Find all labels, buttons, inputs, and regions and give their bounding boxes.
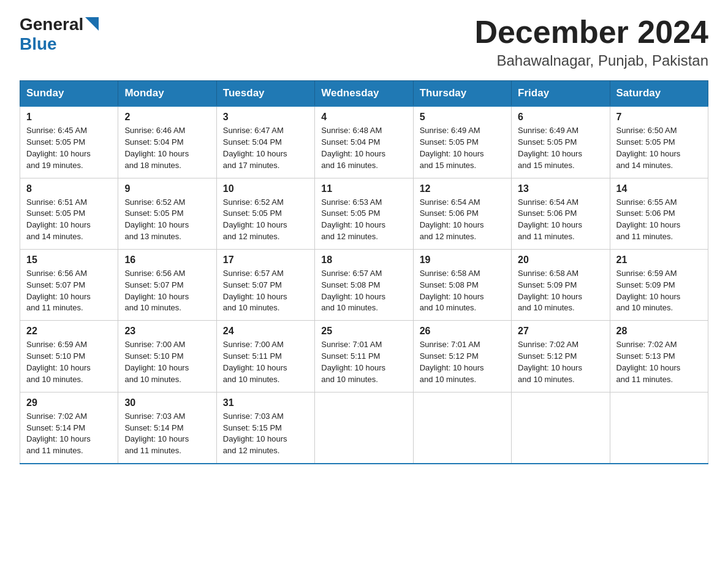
calendar-cell: 7Sunrise: 6:50 AMSunset: 5:05 PMDaylight… — [610, 106, 708, 178]
calendar-cell: 6Sunrise: 6:49 AMSunset: 5:05 PMDaylight… — [512, 106, 610, 178]
day-number: 10 — [223, 183, 308, 194]
day-info: Sunrise: 6:57 AMSunset: 5:08 PMDaylight:… — [321, 268, 406, 314]
day-info: Sunrise: 6:52 AMSunset: 5:05 PMDaylight:… — [223, 197, 308, 243]
day-info: Sunrise: 6:58 AMSunset: 5:09 PMDaylight:… — [518, 268, 603, 314]
logo: General Blue — [20, 15, 99, 54]
calendar-cell: 19Sunrise: 6:58 AMSunset: 5:08 PMDayligh… — [413, 249, 511, 320]
day-info: Sunrise: 6:53 AMSunset: 5:05 PMDaylight:… — [321, 197, 406, 243]
day-number: 14 — [616, 183, 702, 194]
calendar-cell: 21Sunrise: 6:59 AMSunset: 5:09 PMDayligh… — [610, 249, 708, 320]
calendar-cell: 27Sunrise: 7:02 AMSunset: 5:12 PMDayligh… — [512, 321, 610, 392]
day-info: Sunrise: 7:00 AMSunset: 5:11 PMDaylight:… — [223, 339, 308, 385]
day-info: Sunrise: 7:03 AMSunset: 5:14 PMDaylight:… — [124, 411, 210, 457]
day-info: Sunrise: 6:47 AMSunset: 5:04 PMDaylight:… — [223, 125, 308, 171]
day-number: 19 — [420, 255, 505, 266]
day-info: Sunrise: 6:50 AMSunset: 5:05 PMDaylight:… — [616, 125, 702, 171]
day-number: 16 — [124, 255, 210, 266]
day-number: 24 — [223, 326, 308, 337]
day-info: Sunrise: 6:51 AMSunset: 5:05 PMDaylight:… — [26, 197, 112, 243]
day-info: Sunrise: 6:49 AMSunset: 5:05 PMDaylight:… — [518, 125, 603, 171]
calendar-cell: 26Sunrise: 7:01 AMSunset: 5:12 PMDayligh… — [413, 321, 511, 392]
calendar-cell: 14Sunrise: 6:55 AMSunset: 5:06 PMDayligh… — [610, 178, 708, 249]
calendar-cell: 8Sunrise: 6:51 AMSunset: 5:05 PMDaylight… — [20, 178, 118, 249]
day-number: 26 — [420, 326, 505, 337]
day-info: Sunrise: 6:52 AMSunset: 5:05 PMDaylight:… — [124, 197, 210, 243]
calendar-week-row: 22Sunrise: 6:59 AMSunset: 5:10 PMDayligh… — [20, 321, 708, 392]
day-number: 23 — [124, 326, 210, 337]
day-info: Sunrise: 6:48 AMSunset: 5:04 PMDaylight:… — [321, 125, 406, 171]
title-block: December 2024 Bahawalnagar, Punjab, Paki… — [474, 15, 708, 69]
calendar-cell: 24Sunrise: 7:00 AMSunset: 5:11 PMDayligh… — [216, 321, 314, 392]
calendar-cell — [315, 392, 413, 464]
calendar-table: SundayMondayTuesdayWednesdayThursdayFrid… — [20, 80, 708, 464]
calendar-cell: 4Sunrise: 6:48 AMSunset: 5:04 PMDaylight… — [315, 106, 413, 178]
calendar-week-row: 15Sunrise: 6:56 AMSunset: 5:07 PMDayligh… — [20, 249, 708, 320]
day-info: Sunrise: 7:03 AMSunset: 5:15 PMDaylight:… — [223, 411, 308, 457]
day-number: 29 — [26, 397, 112, 408]
day-info: Sunrise: 6:56 AMSunset: 5:07 PMDaylight:… — [26, 268, 112, 314]
day-number: 30 — [124, 397, 210, 408]
day-info: Sunrise: 6:46 AMSunset: 5:04 PMDaylight:… — [124, 125, 210, 171]
day-info: Sunrise: 6:54 AMSunset: 5:06 PMDaylight:… — [420, 197, 505, 243]
day-info: Sunrise: 6:56 AMSunset: 5:07 PMDaylight:… — [124, 268, 210, 314]
calendar-cell: 28Sunrise: 7:02 AMSunset: 5:13 PMDayligh… — [610, 321, 708, 392]
weekday-header-monday: Monday — [118, 81, 216, 107]
calendar-cell: 3Sunrise: 6:47 AMSunset: 5:04 PMDaylight… — [216, 106, 314, 178]
calendar-cell — [413, 392, 511, 464]
calendar-week-row: 29Sunrise: 7:02 AMSunset: 5:14 PMDayligh… — [20, 392, 708, 464]
day-number: 22 — [26, 326, 112, 337]
day-info: Sunrise: 6:57 AMSunset: 5:07 PMDaylight:… — [223, 268, 308, 314]
calendar-cell: 29Sunrise: 7:02 AMSunset: 5:14 PMDayligh… — [20, 392, 118, 464]
page-header: General Blue December 2024 Bahawalnagar,… — [20, 15, 708, 69]
calendar-cell: 2Sunrise: 6:46 AMSunset: 5:04 PMDaylight… — [118, 106, 216, 178]
day-number: 12 — [420, 183, 505, 194]
calendar-cell: 20Sunrise: 6:58 AMSunset: 5:09 PMDayligh… — [512, 249, 610, 320]
svg-marker-0 — [85, 17, 99, 31]
calendar-cell: 17Sunrise: 6:57 AMSunset: 5:07 PMDayligh… — [216, 249, 314, 320]
day-number: 8 — [26, 183, 112, 194]
calendar-title: December 2024 — [474, 15, 708, 50]
day-number: 28 — [616, 326, 702, 337]
weekday-header-tuesday: Tuesday — [216, 81, 314, 107]
day-number: 15 — [26, 255, 112, 266]
day-info: Sunrise: 7:01 AMSunset: 5:11 PMDaylight:… — [321, 339, 406, 385]
calendar-cell: 15Sunrise: 6:56 AMSunset: 5:07 PMDayligh… — [20, 249, 118, 320]
day-info: Sunrise: 6:58 AMSunset: 5:08 PMDaylight:… — [420, 268, 505, 314]
day-number: 7 — [616, 112, 702, 123]
logo-general-text: General — [20, 15, 83, 34]
calendar-cell: 25Sunrise: 7:01 AMSunset: 5:11 PMDayligh… — [315, 321, 413, 392]
day-number: 18 — [321, 255, 406, 266]
day-number: 31 — [223, 397, 308, 408]
day-number: 21 — [616, 255, 702, 266]
calendar-cell: 31Sunrise: 7:03 AMSunset: 5:15 PMDayligh… — [216, 392, 314, 464]
calendar-cell — [512, 392, 610, 464]
day-number: 1 — [26, 112, 112, 123]
day-number: 13 — [518, 183, 603, 194]
weekday-header-sunday: Sunday — [20, 81, 118, 107]
calendar-cell: 18Sunrise: 6:57 AMSunset: 5:08 PMDayligh… — [315, 249, 413, 320]
calendar-cell: 1Sunrise: 6:45 AMSunset: 5:05 PMDaylight… — [20, 106, 118, 178]
logo-blue-text: Blue — [20, 34, 57, 53]
weekday-header-friday: Friday — [512, 81, 610, 107]
day-info: Sunrise: 7:01 AMSunset: 5:12 PMDaylight:… — [420, 339, 505, 385]
day-info: Sunrise: 6:59 AMSunset: 5:10 PMDaylight:… — [26, 339, 112, 385]
day-number: 17 — [223, 255, 308, 266]
calendar-cell: 30Sunrise: 7:03 AMSunset: 5:14 PMDayligh… — [118, 392, 216, 464]
day-number: 27 — [518, 326, 603, 337]
day-info: Sunrise: 6:45 AMSunset: 5:05 PMDaylight:… — [26, 125, 112, 171]
day-info: Sunrise: 6:55 AMSunset: 5:06 PMDaylight:… — [616, 197, 702, 243]
day-info: Sunrise: 6:49 AMSunset: 5:05 PMDaylight:… — [420, 125, 505, 171]
day-info: Sunrise: 6:54 AMSunset: 5:06 PMDaylight:… — [518, 197, 603, 243]
day-info: Sunrise: 7:00 AMSunset: 5:10 PMDaylight:… — [124, 339, 210, 385]
day-info: Sunrise: 7:02 AMSunset: 5:12 PMDaylight:… — [518, 339, 603, 385]
logo-arrow-icon — [85, 17, 99, 33]
calendar-cell: 23Sunrise: 7:00 AMSunset: 5:10 PMDayligh… — [118, 321, 216, 392]
day-number: 3 — [223, 112, 308, 123]
calendar-cell — [610, 392, 708, 464]
calendar-cell: 16Sunrise: 6:56 AMSunset: 5:07 PMDayligh… — [118, 249, 216, 320]
calendar-week-row: 8Sunrise: 6:51 AMSunset: 5:05 PMDaylight… — [20, 178, 708, 249]
calendar-cell: 12Sunrise: 6:54 AMSunset: 5:06 PMDayligh… — [413, 178, 511, 249]
day-info: Sunrise: 7:02 AMSunset: 5:14 PMDaylight:… — [26, 411, 112, 457]
day-number: 2 — [124, 112, 210, 123]
day-info: Sunrise: 6:59 AMSunset: 5:09 PMDaylight:… — [616, 268, 702, 314]
